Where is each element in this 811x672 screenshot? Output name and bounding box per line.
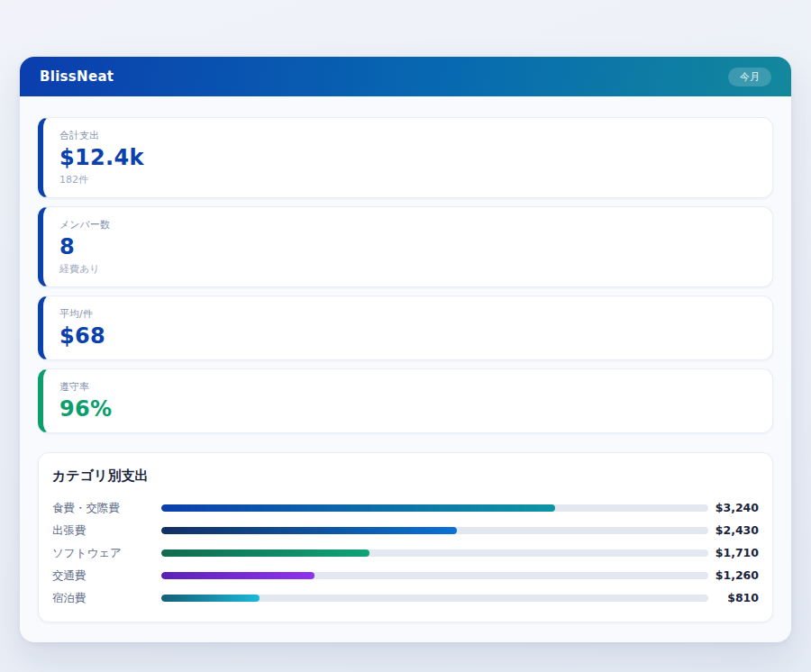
app-header: BlissNeat 今月: [20, 57, 791, 96]
bar-fill: [161, 572, 314, 579]
category-row: 出張費 $2,430: [52, 519, 759, 541]
stat-value: $12.4k: [59, 146, 756, 169]
category-label: ソフトウェア: [52, 546, 161, 559]
category-value: $2,430: [708, 523, 759, 537]
stat-card: 平均/件 $68: [38, 295, 773, 360]
stat-value: $68: [59, 324, 756, 348]
category-spending-card: カテゴリ別支出 食費・交際費 $3,240 出張費 $2,430 ソフトウェア …: [38, 452, 773, 622]
stat-label: 遵守率: [59, 381, 756, 393]
dashboard-panel: BlissNeat 今月 合計支出 $12.4k 182件 メンバー数 8 経費…: [20, 57, 791, 642]
stat-subtext: 経費あり: [59, 263, 756, 275]
bar-fill: [161, 595, 260, 602]
stat-card: 遵守率 96%: [38, 368, 773, 433]
stat-subtext: 182件: [59, 174, 756, 186]
bar-fill: [161, 527, 457, 534]
bar-track: [161, 504, 708, 512]
period-badge[interactable]: 今月: [728, 68, 771, 86]
stat-label: メンバー数: [59, 219, 756, 231]
stat-label: 平均/件: [59, 308, 756, 320]
stat-card: 合計支出 $12.4k 182件: [38, 117, 773, 198]
bar-fill: [161, 549, 369, 557]
category-row: 食費・交際費 $3,240: [52, 496, 759, 519]
app-title: BlissNeat: [40, 68, 114, 85]
category-label: 食費・交際費: [52, 501, 161, 514]
stat-card: メンバー数 8 経費あり: [38, 206, 773, 287]
bar-track: [161, 527, 708, 534]
category-row: ソフトウェア $1,710: [52, 541, 759, 564]
bar-track: [161, 549, 708, 557]
stat-label: 合計支出: [59, 130, 756, 141]
category-row: 宿泊費 $810: [52, 586, 759, 609]
bar-track: [161, 572, 708, 579]
category-label: 出張費: [52, 523, 161, 537]
category-row: 交通費 $1,260: [52, 564, 759, 586]
category-row-list: 食費・交際費 $3,240 出張費 $2,430 ソフトウェア $1,710 交…: [52, 496, 759, 609]
stat-card-list: 合計支出 $12.4k 182件 メンバー数 8 経費あり 平均/件 $68 遵…: [38, 117, 773, 433]
category-value: $810: [708, 591, 759, 604]
category-value: $1,260: [708, 568, 759, 582]
category-value: $3,240: [708, 501, 759, 514]
bar-track: [161, 595, 708, 602]
stat-value: 8: [59, 235, 756, 259]
category-section-title: カテゴリ別支出: [52, 468, 759, 485]
bar-fill: [161, 504, 555, 512]
category-label: 交通費: [52, 568, 161, 582]
category-value: $1,710: [708, 546, 759, 559]
category-label: 宿泊費: [52, 591, 161, 604]
dashboard-content: 合計支出 $12.4k 182件 メンバー数 8 経費あり 平均/件 $68 遵…: [20, 96, 791, 642]
stat-value: 96%: [59, 397, 756, 421]
